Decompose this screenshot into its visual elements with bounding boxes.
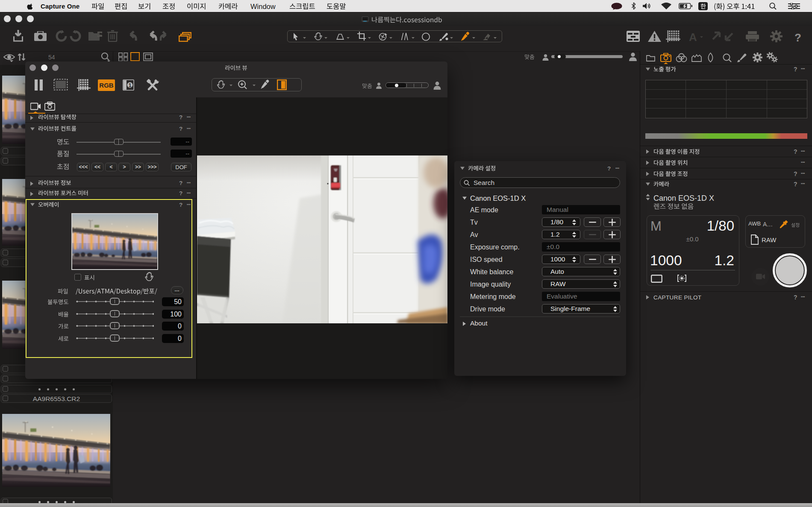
svg-text:1: 1 — [128, 82, 131, 88]
